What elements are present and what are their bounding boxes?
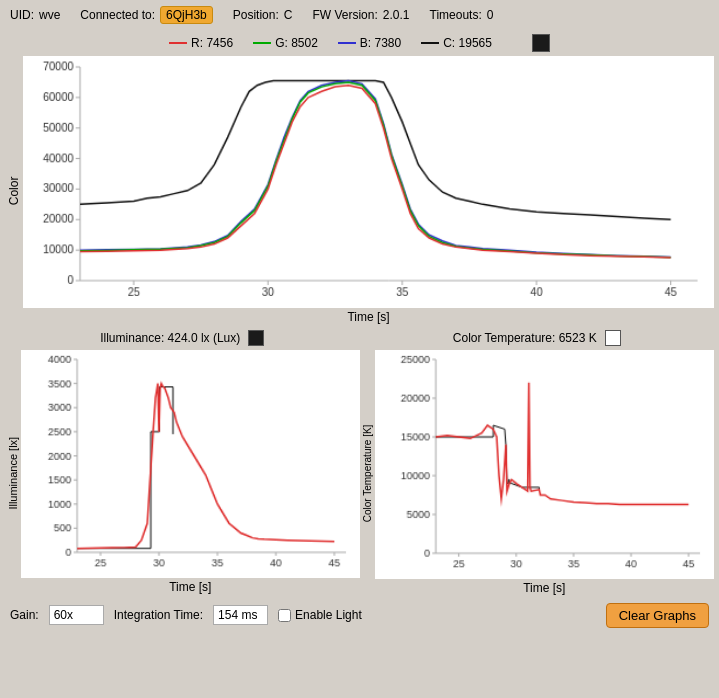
connected-label: Connected to: [80,8,155,22]
timeouts-value: 0 [487,8,494,22]
legend-g: G: 8502 [253,36,318,50]
timeouts-label: Timeouts: [430,8,482,22]
main-chart-canvas [23,56,714,308]
connected-value: 6QjH3b [160,6,213,24]
r-value: R: 7456 [191,36,233,50]
colortemp-header: Color Temperature: 6523 K [360,326,715,350]
colortemp-chart-area: Color Temperature [K] Time [s] [360,350,715,596]
c-line-icon [421,42,439,44]
uid-section: UID: wve [10,8,60,22]
colortemp-title: Color Temperature: 6523 K [453,331,597,345]
legend-c: C: 19565 [421,36,492,50]
colortemp-y-label: Color Temperature [K] [360,350,375,596]
b-line-icon [338,42,356,44]
main-x-label: Time [s] [23,308,714,326]
colortemp-swatch[interactable] [605,330,621,346]
fw-value: 2.0.1 [383,8,410,22]
c-value: C: 19565 [443,36,492,50]
position-section: Position: C [233,8,293,22]
enable-light-label: Enable Light [278,608,362,622]
bottom-row: Illuminance: 424.0 lx (Lux) Illuminance … [0,326,719,596]
footer: Gain: Integration Time: Enable Light Cle… [0,597,719,634]
g-value: G: 8502 [275,36,318,50]
gain-label: Gain: [10,608,39,622]
main-y-label: Color [5,56,23,326]
r-line-icon [169,42,187,44]
illuminance-swatch[interactable] [248,330,264,346]
integration-label: Integration Time: [114,608,203,622]
fw-label: FW Version: [312,8,377,22]
main-chart-section: Color Time [s] [0,56,719,326]
color-swatch[interactable] [532,34,550,52]
colortemp-container: Color Temperature: 6523 K Color Temperat… [360,326,715,596]
colortemp-canvas [375,350,715,578]
colortemp-x-label: Time [s] [375,579,715,597]
connected-section: Connected to: 6QjH3b [80,6,212,24]
illuminance-y-label: Illuminance [lx] [5,350,21,596]
clear-graphs-button[interactable]: Clear Graphs [606,603,709,628]
illuminance-chart-area: Illuminance [lx] Time [s] [5,350,360,596]
enable-light-checkbox[interactable] [278,609,291,622]
legend-b: B: 7380 [338,36,401,50]
fw-section: FW Version: 2.0.1 [312,8,409,22]
b-value: B: 7380 [360,36,401,50]
position-value: C [284,8,293,22]
timeouts-section: Timeouts: 0 [430,8,494,22]
illuminance-x-label: Time [s] [21,578,360,596]
legend-r: R: 7456 [169,36,233,50]
legend-bar: R: 7456 G: 8502 B: 7380 C: 19565 [0,30,719,56]
illuminance-header: Illuminance: 424.0 lx (Lux) [5,326,360,350]
gain-input[interactable] [49,605,104,625]
illuminance-title: Illuminance: 424.0 lx (Lux) [100,331,240,345]
illuminance-container: Illuminance: 424.0 lx (Lux) Illuminance … [5,326,360,596]
top-bar: UID: wve Connected to: 6QjH3b Position: … [0,0,719,30]
uid-label: UID: [10,8,34,22]
enable-light-text: Enable Light [295,608,362,622]
main-chart-area: Color Time [s] [5,56,714,326]
illuminance-canvas [21,350,360,578]
uid-value: wve [39,8,60,22]
g-line-icon [253,42,271,44]
position-label: Position: [233,8,279,22]
integration-input[interactable] [213,605,268,625]
